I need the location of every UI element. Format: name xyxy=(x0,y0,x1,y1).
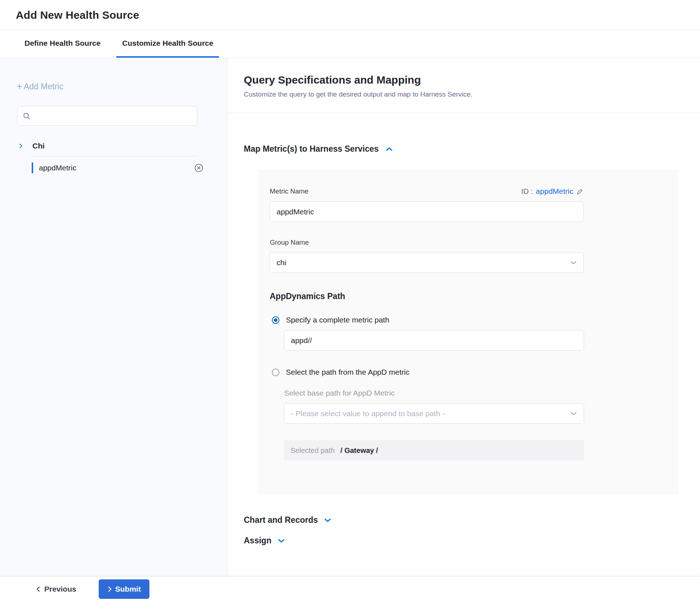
health-source-tabs: Define Health Source Customize Health So… xyxy=(0,30,700,58)
dialog-body: + Add Metric Chi xyxy=(0,58,700,576)
chevron-down-icon xyxy=(570,261,577,265)
add-health-source-dialog: Add New Health Source Define Health Sour… xyxy=(0,0,700,601)
metrics-sidebar: + Add Metric Chi xyxy=(0,58,228,576)
plus-icon: + xyxy=(17,82,22,92)
metric-id-group: ID : appdMetric xyxy=(521,187,584,196)
radio-selected-icon[interactable] xyxy=(272,316,279,324)
base-path-label: Select base path for AppD Metric xyxy=(284,389,584,397)
tab-customize-health-source[interactable]: Customize Health Source xyxy=(116,30,219,58)
radio-complete-metric-path-label: Specify a complete metric path xyxy=(286,316,389,324)
selected-path-label: Selected path xyxy=(291,446,335,455)
metric-search-input[interactable] xyxy=(34,112,192,120)
selected-path-value: / Gateway / xyxy=(340,446,378,455)
query-spec-panel: Query Specifications and Mapping Customi… xyxy=(228,58,700,576)
chevron-left-icon xyxy=(36,586,41,592)
delete-metric-icon[interactable] xyxy=(194,163,204,173)
divider xyxy=(228,113,700,113)
metric-search-box[interactable] xyxy=(17,106,197,126)
page-title: Add New Health Source xyxy=(16,9,139,21)
metric-group-chi[interactable]: Chi xyxy=(0,142,228,150)
metric-item-appdmetric[interactable]: appdMetric xyxy=(0,156,228,179)
base-path-placeholder: - Please select value to append to base … xyxy=(291,409,445,418)
radio-complete-metric-path[interactable]: Specify a complete metric path xyxy=(270,316,584,324)
chevron-up-icon[interactable] xyxy=(385,147,393,152)
radio-select-appd-path[interactable]: Select the path from the AppD metric xyxy=(270,368,584,377)
assign-label: Assign xyxy=(244,536,272,546)
chart-and-records-toggle[interactable]: Chart and Records xyxy=(244,515,700,525)
selected-path-row: Selected path / Gateway / xyxy=(284,440,584,460)
add-metric-button[interactable]: + Add Metric xyxy=(17,82,63,92)
previous-button-label: Previous xyxy=(44,585,76,593)
id-prefix-label: ID : xyxy=(521,187,533,196)
add-metric-label: Add Metric xyxy=(24,82,63,92)
chevron-down-icon xyxy=(570,411,577,416)
metric-item-label: appdMetric xyxy=(39,164,194,172)
map-metrics-form: Metric Name ID : appdMetric Gr xyxy=(258,170,678,495)
metric-group-label: Chi xyxy=(32,142,45,150)
submit-button[interactable]: Submit xyxy=(99,579,149,599)
metric-name-input[interactable] xyxy=(270,201,584,222)
radio-select-appd-path-label: Select the path from the AppD metric xyxy=(286,368,409,377)
base-path-select[interactable]: - Please select value to append to base … xyxy=(284,403,584,424)
map-metrics-section-title: Map Metric(s) to Harness Services xyxy=(244,144,379,154)
metric-name-label: Metric Name xyxy=(270,187,309,195)
metric-id-link[interactable]: appdMetric xyxy=(536,187,573,196)
selected-indicator-bar xyxy=(32,163,33,173)
chart-and-records-label: Chart and Records xyxy=(244,515,318,525)
complete-metric-path-input[interactable] xyxy=(284,330,584,351)
edit-pencil-icon[interactable] xyxy=(576,188,584,195)
submit-button-label: Submit xyxy=(115,585,141,593)
dialog-header: Add New Health Source xyxy=(0,0,700,30)
chevron-right-icon xyxy=(107,586,112,592)
group-name-value: chi xyxy=(277,258,286,267)
section-title: Query Specifications and Mapping xyxy=(244,74,700,86)
dialog-footer: Previous Submit xyxy=(0,576,700,601)
search-icon xyxy=(23,112,31,120)
chevron-down-icon[interactable] xyxy=(324,518,332,523)
tab-define-health-source[interactable]: Define Health Source xyxy=(19,30,106,58)
group-name-label: Group Name xyxy=(270,239,584,246)
assign-toggle[interactable]: Assign xyxy=(244,536,700,546)
section-subtitle: Customize the query to get the desired o… xyxy=(244,90,700,98)
radio-unselected-icon[interactable] xyxy=(272,369,279,376)
appdynamics-path-title: AppDynamics Path xyxy=(270,291,584,301)
map-metrics-section-toggle[interactable]: Map Metric(s) to Harness Services xyxy=(244,144,700,154)
chevron-down-icon[interactable] xyxy=(277,538,285,543)
previous-button[interactable]: Previous xyxy=(36,585,76,593)
group-name-select[interactable]: chi xyxy=(270,252,584,273)
chevron-right-icon[interactable] xyxy=(18,143,24,149)
